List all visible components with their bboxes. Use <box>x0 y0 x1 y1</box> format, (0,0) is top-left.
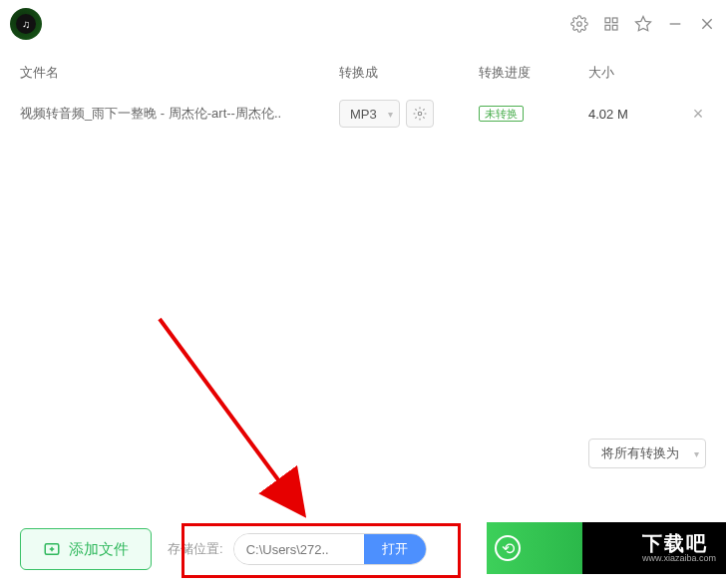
banner-text: 下载吧 <box>642 533 716 553</box>
file-name: 视频转音频_雨下一整晚 - 周杰伦-art--周杰伦.. <box>20 105 339 123</box>
svg-rect-1 <box>605 18 610 23</box>
banner-subtext: www.xiazaiba.com <box>642 553 716 563</box>
grid-icon[interactable] <box>602 15 620 33</box>
svg-point-9 <box>418 112 422 116</box>
format-select[interactable]: MP3 ▾ <box>339 100 400 128</box>
header-size: 大小 <box>588 64 678 82</box>
open-folder-button[interactable]: 打开 <box>364 534 426 564</box>
settings-icon[interactable] <box>570 15 588 33</box>
delete-row-button[interactable]: × <box>678 104 718 125</box>
file-row: 视频转音频_雨下一整晚 - 周杰伦-art--周杰伦.. MP3 ▾ 未转换 4… <box>0 92 726 136</box>
annotation-arrow-icon <box>150 309 339 538</box>
svg-point-0 <box>577 22 582 27</box>
svg-rect-4 <box>612 25 617 30</box>
titlebar: ♫ <box>0 0 726 48</box>
app-logo: ♫ <box>10 8 42 40</box>
storage-path-input[interactable] <box>234 534 364 564</box>
watermark-banner: ⟲ 下载吧 www.xiazaiba.com <box>487 522 726 574</box>
format-value: MP3 <box>350 107 377 122</box>
add-file-label: 添加文件 <box>69 540 129 559</box>
chevron-down-icon: ▾ <box>388 109 393 120</box>
storage-path-label: 存储位置: <box>168 540 223 558</box>
music-note-icon: ♫ <box>16 14 36 34</box>
svg-marker-5 <box>636 17 651 31</box>
star-icon[interactable] <box>634 15 652 33</box>
svg-rect-3 <box>605 25 610 30</box>
header-progress: 转换进度 <box>479 64 588 82</box>
status-badge: 未转换 <box>479 106 524 122</box>
row-settings-button[interactable] <box>406 100 434 128</box>
batch-convert: 将所有转换为 ▾ <box>588 439 706 468</box>
chevron-down-icon: ▾ <box>694 448 699 459</box>
add-file-button[interactable]: 添加文件 <box>20 528 152 570</box>
convert-all-dropdown[interactable]: 将所有转换为 ▾ <box>588 439 706 468</box>
header-filename: 文件名 <box>20 64 339 82</box>
window-controls <box>570 15 716 33</box>
svg-rect-2 <box>612 18 617 23</box>
add-file-icon <box>43 540 61 558</box>
header-format: 转换成 <box>339 64 479 82</box>
storage-path-group: 存储位置: 打开 <box>168 533 427 565</box>
minimize-icon[interactable] <box>666 15 684 33</box>
refresh-icon: ⟲ <box>495 535 521 561</box>
svg-line-13 <box>160 319 299 508</box>
column-headers: 文件名 转换成 转换进度 大小 <box>0 48 726 92</box>
convert-all-label: 将所有转换为 <box>601 444 679 462</box>
close-icon[interactable] <box>698 15 716 33</box>
storage-path-field: 打开 <box>233 533 427 565</box>
file-size: 4.02 M <box>588 107 678 122</box>
